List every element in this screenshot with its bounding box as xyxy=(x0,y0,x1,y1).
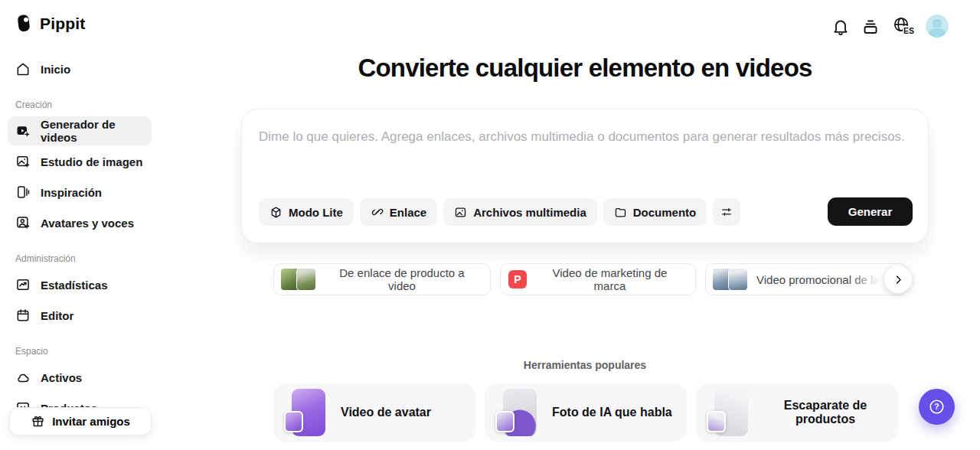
modo-lite-button[interactable]: Modo Lite xyxy=(259,198,354,226)
prompt-input[interactable] xyxy=(259,129,910,145)
sidebar-item-label: Activos xyxy=(41,371,82,384)
sidebar-item-estadisticas[interactable]: Estadísticas xyxy=(8,270,152,299)
tool-card-label: Escaparate de productos xyxy=(763,399,887,426)
tool-thumbnail xyxy=(284,388,328,437)
advanced-settings-button[interactable] xyxy=(713,198,740,226)
avatars-voices-icon xyxy=(15,215,31,230)
chip-label: De enlace de producto a video xyxy=(325,266,479,292)
brand-logo[interactable]: Pippit xyxy=(15,13,86,34)
enlace-label: Enlace xyxy=(390,206,426,219)
globe-language-icon: ES xyxy=(891,15,914,38)
tray-stack-icon xyxy=(861,18,880,36)
language-button[interactable]: ES xyxy=(890,17,915,37)
composer-toolbar: Modo Lite Enlace Archivos multimedia Doc… xyxy=(259,198,740,226)
page-title: Convierte cualquier elemento en videos xyxy=(241,54,929,83)
tool-thumbnail-mini xyxy=(495,411,514,432)
chip-video-promocional[interactable]: Video promocional de la u xyxy=(705,263,907,295)
assets-cloud-icon xyxy=(15,370,31,385)
sidebar-item-label: Estadísticas xyxy=(41,279,108,292)
tool-card-foto-de-ia-que-habla[interactable]: Foto de IA que habla xyxy=(485,383,687,442)
media-icon xyxy=(454,206,467,219)
question-icon: ? xyxy=(928,398,946,416)
inspiration-icon xyxy=(15,184,31,200)
sidebar-item-activos[interactable]: Activos xyxy=(8,363,152,392)
popular-tools-heading: Herramientas populares xyxy=(241,359,929,371)
chip-thumbnail xyxy=(296,268,316,291)
sidebar-item-avatares-y-voces[interactable]: Avatares y voces xyxy=(8,208,152,237)
invite-friends-button[interactable]: Invitar amigos xyxy=(9,407,152,435)
user-avatar[interactable] xyxy=(926,15,949,38)
archivos-multimedia-button[interactable]: Archivos multimedia xyxy=(443,198,597,226)
pippit-logo-icon xyxy=(15,13,33,34)
chip-thumbnails xyxy=(712,268,748,291)
gift-icon xyxy=(31,414,45,429)
tool-thumbnail xyxy=(495,388,540,437)
statistics-icon xyxy=(15,277,31,292)
section-label-espacio: Espacio xyxy=(15,346,48,357)
sidebar-item-label: Avatares y voces xyxy=(41,217,134,230)
brand-name: Pippit xyxy=(40,15,86,33)
generate-button[interactable]: Generar xyxy=(828,197,913,226)
sidebar-item-label: Estudio de imagen xyxy=(41,155,142,168)
editor-icon xyxy=(15,308,31,323)
chip-thumbnail xyxy=(728,268,748,291)
enlace-button[interactable]: Enlace xyxy=(360,198,437,226)
chip-enlace-producto-video[interactable]: De enlace de producto a video xyxy=(273,263,491,295)
avatar-body xyxy=(929,28,946,38)
sidebar-item-generador-de-videos[interactable]: Generador de videos xyxy=(8,116,152,145)
tool-thumbnail xyxy=(707,388,751,437)
sidebar-item-estudio-de-imagen[interactable]: Estudio de imagen xyxy=(8,147,152,176)
chip-label: Video de marketing de marca xyxy=(535,266,684,292)
tool-card-label: Foto de IA que habla xyxy=(552,406,672,419)
tool-thumbnail-mini xyxy=(284,411,303,432)
modo-lite-label: Modo Lite xyxy=(289,206,343,219)
svg-text:ES: ES xyxy=(903,26,914,35)
chip-thumbnails xyxy=(280,268,316,291)
image-studio-icon xyxy=(15,154,31,169)
svg-text:?: ? xyxy=(934,402,939,411)
chip-label: Video promocional de la u xyxy=(756,273,885,286)
help-button[interactable]: ? xyxy=(919,389,955,425)
home-icon xyxy=(15,61,31,77)
invite-friends-label: Invitar amigos xyxy=(52,415,130,428)
section-label-creacion: Creación xyxy=(15,99,52,110)
pinterest-badge-icon: P xyxy=(508,270,527,289)
avatar-head xyxy=(933,19,942,28)
sidebar-item-label: Inspiración xyxy=(41,186,102,199)
chevron-right-icon xyxy=(893,274,904,285)
sidebar-item-label: Generador de videos xyxy=(41,118,144,144)
chips-next-button[interactable] xyxy=(884,266,912,293)
sidebar: Pippit Inicio Creación Generador de vide… xyxy=(0,0,162,450)
archivos-multimedia-label: Archivos multimedia xyxy=(473,206,586,219)
tool-card-label: Video de avatar xyxy=(341,406,431,419)
popular-tools: Video de avatar Foto de IA que habla Esc… xyxy=(273,383,898,442)
tool-card-video-de-avatar[interactable]: Video de avatar xyxy=(273,383,475,442)
sidebar-item-editor[interactable]: Editor xyxy=(8,301,152,330)
chip-video-marketing-marca[interactable]: P Video de marketing de marca xyxy=(500,263,696,295)
prompt-composer: Modo Lite Enlace Archivos multimedia Doc… xyxy=(241,109,929,243)
suggestion-chips: De enlace de producto a video P Video de… xyxy=(273,263,907,295)
section-label-administracion: Administración xyxy=(15,253,76,264)
documento-button[interactable]: Documento xyxy=(603,198,707,226)
documento-label: Documento xyxy=(633,206,697,219)
tray-stack-button[interactable] xyxy=(861,17,880,37)
sidebar-item-label: Inicio xyxy=(41,63,70,76)
link-icon xyxy=(371,206,384,219)
cube-icon xyxy=(270,206,283,219)
tool-thumbnail-mini xyxy=(707,411,726,432)
notifications-button[interactable] xyxy=(831,17,851,37)
tool-card-escaparate-de-productos[interactable]: Escaparate de productos xyxy=(696,383,898,442)
sidebar-item-inicio[interactable]: Inicio xyxy=(8,54,152,83)
document-icon xyxy=(614,206,627,219)
sliders-icon xyxy=(720,205,733,219)
sidebar-item-label: Editor xyxy=(41,309,74,322)
video-generator-icon xyxy=(15,123,31,139)
sidebar-item-inspiracion[interactable]: Inspiración xyxy=(8,178,152,207)
bell-icon xyxy=(831,18,850,36)
